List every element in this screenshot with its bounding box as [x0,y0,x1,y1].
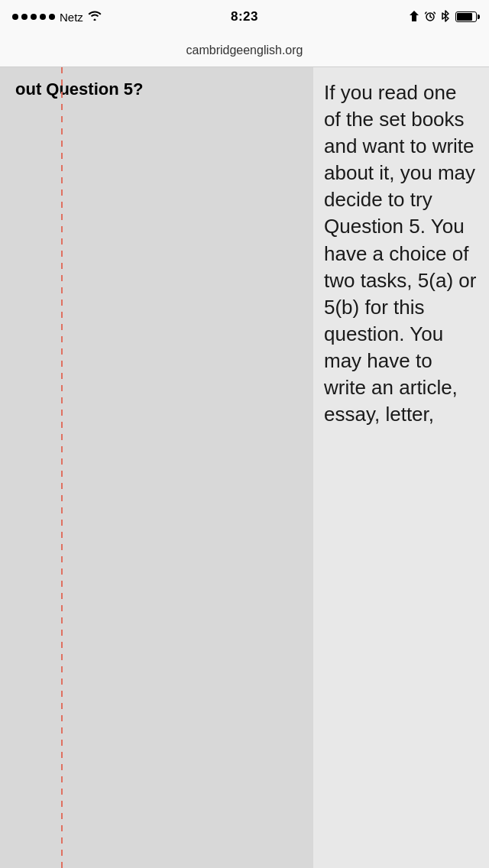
dot-2 [21,14,28,20]
dot-1 [12,14,18,20]
location-icon [410,11,419,24]
content-wrapper: out Question 5? If you read one of the s… [0,67,489,868]
battery-icon [455,11,477,22]
right-panel: If you read one of the set books and wan… [313,67,489,868]
battery-fill [457,13,472,21]
url-bar[interactable]: cambridgeenglish.org [0,34,489,67]
panel-header: out Question 5? [0,67,313,108]
dot-5 [49,14,55,20]
left-panel: out Question 5? [0,67,313,868]
status-bar: Netz 8:23 [0,0,489,34]
carrier-name: Netz [60,11,83,24]
dot-4 [40,14,46,20]
status-bar-right [410,10,477,24]
status-bar-left: Netz [12,10,102,24]
dashed-divider [61,67,63,868]
dot-3 [31,14,37,20]
signal-dots [12,14,55,20]
content-text: If you read one of the set books and wan… [324,79,478,428]
alarm-icon [425,11,436,24]
wifi-icon [88,10,102,24]
time-display: 8:23 [231,9,258,24]
url-text: cambridgeenglish.org [186,44,303,57]
bluetooth-icon [442,10,449,24]
